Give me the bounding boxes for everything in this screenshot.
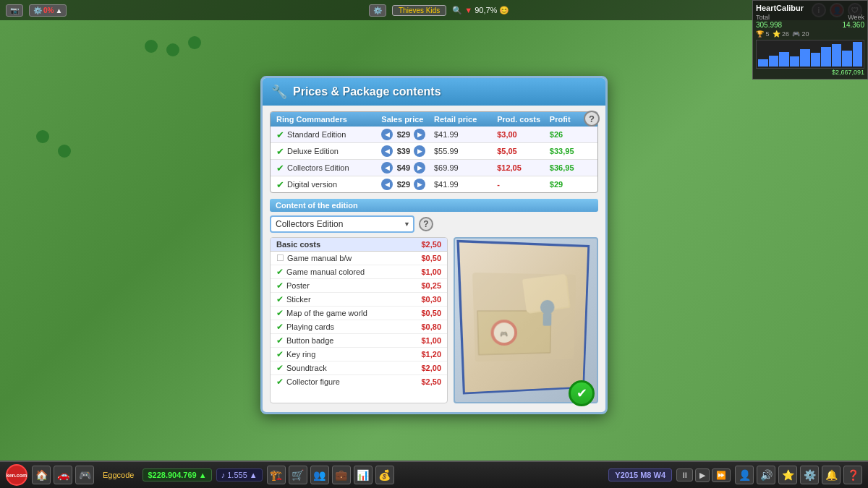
item-left: ✔ Soundtrack xyxy=(276,363,327,373)
bottom-toolbar-3: 👤 🔊 ⭐ ⚙️ 🔔 ❓ xyxy=(735,466,862,484)
game-subtitle: Thieves Kids xyxy=(399,7,440,14)
item-name: Poster xyxy=(286,281,310,290)
prod-cost-standard: $3,00 xyxy=(497,130,550,139)
profile-menu-button[interactable]: 👤 xyxy=(735,466,754,484)
week-label: Week xyxy=(848,14,864,21)
item-price: $0,50 xyxy=(421,254,441,262)
price-decrease-collectors[interactable]: ◀ xyxy=(381,162,393,174)
item-name: Playing cards xyxy=(286,322,334,331)
pause-button[interactable]: ⏸ xyxy=(676,468,693,481)
notification-button[interactable]: 🔔 xyxy=(822,466,841,484)
item-checkbox-checked[interactable]: ✔ xyxy=(276,322,284,332)
col-sales: Sales price xyxy=(381,115,434,124)
hud-center: ⚙️ Thieves Kids 🔍 ▼ 90,7% 😊 xyxy=(72,4,806,17)
item-price: $0,50 xyxy=(421,309,441,317)
fans-value: 1.555 xyxy=(227,471,247,479)
money-display: $228.904.769 ▲ xyxy=(142,468,211,481)
bottom-toolbar-2: 🏗️ 🛒 👥 💼 📊 💰 xyxy=(267,466,394,484)
confirm-button[interactable]: ✔ xyxy=(569,380,595,406)
price-decrease-digital[interactable]: ◀ xyxy=(381,179,393,190)
price-controls-standard: ◀ $29 ▶ xyxy=(381,129,434,140)
item-checkbox-checked[interactable]: ✔ xyxy=(276,281,284,291)
inventory-button[interactable]: 💼 xyxy=(332,466,351,484)
content-help-button[interactable]: ? xyxy=(419,217,433,231)
chart-bar xyxy=(853,42,863,67)
list-item: ✔ Soundtrack $2,00 xyxy=(271,361,447,375)
transport-button[interactable]: 🚗 xyxy=(54,466,72,484)
box-inner: 🎮 xyxy=(464,265,584,374)
chart-bar xyxy=(779,52,789,67)
stats-chart xyxy=(756,40,864,69)
price-increase-digital[interactable]: ▶ xyxy=(414,179,425,190)
price-controls-digital: ◀ $29 ▶ xyxy=(381,179,434,190)
fast-forward-button[interactable]: ⏩ xyxy=(712,468,731,482)
item-checkbox-checked[interactable]: ✔ xyxy=(276,294,284,304)
stats-title: HeartCalibur xyxy=(756,4,864,12)
table-row: ✔ Digital version ◀ $29 ▶ $41.99 - $29 xyxy=(271,176,597,192)
finance-button[interactable]: 💰 xyxy=(375,466,394,484)
star-button[interactable]: ⭐ xyxy=(778,466,797,484)
item-checkbox-unchecked[interactable]: ☐ xyxy=(276,253,284,263)
item-checkbox-checked[interactable]: ✔ xyxy=(276,377,284,387)
rating-display: 🔍 ▼ 90,7% 😊 xyxy=(452,6,509,15)
prod-cost-deluxe: $5,05 xyxy=(497,147,550,155)
content-item-header: Basic costs $2,50 xyxy=(271,238,447,252)
basic-costs-value: $2,50 xyxy=(421,240,441,249)
settings-menu-button[interactable]: ⚙️ xyxy=(800,466,819,484)
price-increase-deluxe[interactable]: ▶ xyxy=(414,145,425,157)
item-checkbox-checked[interactable]: ✔ xyxy=(276,308,284,318)
build-button[interactable]: 🏗️ xyxy=(267,466,286,484)
list-item: ✔ Sticker $0,30 xyxy=(271,293,447,307)
efficiency-button[interactable]: ⚙️ 0% ▲ xyxy=(29,4,67,17)
price-decrease-deluxe[interactable]: ◀ xyxy=(381,145,393,157)
tree xyxy=(166,43,179,56)
prices-table: Ring Commanders Sales price Retail price… xyxy=(270,111,598,193)
help-button[interactable]: ? xyxy=(584,111,600,127)
price-decrease-standard[interactable]: ◀ xyxy=(381,129,393,140)
price-increase-standard[interactable]: ▶ xyxy=(414,129,425,140)
analytics-button[interactable]: 📊 xyxy=(354,466,373,484)
item-price: $0,80 xyxy=(421,322,441,331)
item-left: ✔ Playing cards xyxy=(276,322,334,332)
tree xyxy=(58,145,71,158)
item-checkbox-checked[interactable]: ✔ xyxy=(276,349,284,359)
rating-arrow: ▼ xyxy=(464,6,472,14)
home-button[interactable]: 🏠 xyxy=(32,466,51,484)
item-price: $0,30 xyxy=(421,295,441,304)
retail-price-collectors: $69.99 xyxy=(434,163,497,172)
list-item: ✔ Map of the game world $0,50 xyxy=(271,307,447,320)
screenshot-button[interactable]: 📷 xyxy=(6,4,23,17)
item-name: Key ring xyxy=(286,350,315,359)
dialog-header: 🔧 Prices & Package contents xyxy=(263,78,605,106)
table-row: ✔ Collectors Edition ◀ $49 ▶ $69.99 $12,… xyxy=(271,160,597,176)
content-label: Content of the edition xyxy=(270,199,598,212)
price-controls-deluxe: ◀ $39 ▶ xyxy=(381,145,434,157)
rating-face: 😊 xyxy=(499,6,509,15)
prod-cost-digital: - xyxy=(497,180,550,189)
box-3d-render: 🎮 xyxy=(456,240,590,395)
settings-button[interactable]: ⚙️ xyxy=(369,4,386,17)
item-left: ✔ Game manual colored xyxy=(276,267,365,277)
price-increase-collectors[interactable]: ▶ xyxy=(414,162,425,174)
item-name: Soundtrack xyxy=(286,364,327,372)
svg-rect-9 xyxy=(543,313,552,326)
item-checkbox-checked[interactable]: ✔ xyxy=(276,267,284,277)
check-icon: ✔ xyxy=(276,146,284,157)
item-name: Game manual colored xyxy=(286,267,365,276)
top-hud: 📷 ⚙️ 0% ▲ ⚙️ Thieves Kids 🔍 ▼ 90,7% 😊 i … xyxy=(0,0,868,20)
company-logo: ken.com xyxy=(6,464,27,486)
game-button[interactable]: 🎮 xyxy=(75,466,94,484)
question-button[interactable]: ❓ xyxy=(843,466,862,484)
audio-button[interactable]: 🔊 xyxy=(757,466,775,484)
col-retail: Retail price xyxy=(434,115,497,124)
chart-bar xyxy=(769,56,779,67)
table-row: ✔ Standard Edition ◀ $29 ▶ $41.99 $3,00 … xyxy=(271,127,597,143)
player-name: Eggcode xyxy=(98,471,138,479)
shop-button[interactable]: 🛒 xyxy=(289,466,307,484)
item-checkbox-checked[interactable]: ✔ xyxy=(276,363,284,373)
edition-select[interactable]: Collectors Edition Standard Edition Delu… xyxy=(270,215,414,233)
item-checkbox-checked[interactable]: ✔ xyxy=(276,335,284,346)
sales-price-digital: $29 xyxy=(394,180,412,189)
team-button[interactable]: 👥 xyxy=(310,466,329,484)
play-button[interactable]: ▶ xyxy=(695,468,710,482)
